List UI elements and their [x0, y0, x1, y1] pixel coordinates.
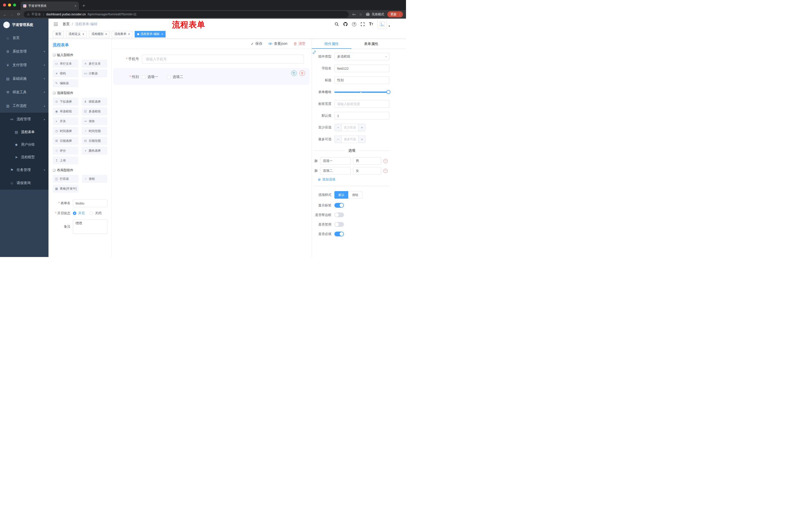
- delete-component-button[interactable]: [299, 71, 305, 76]
- canvas-body[interactable]: 手机号: [112, 49, 312, 257]
- chip-date-range[interactable]: ⊟日期范围: [82, 137, 107, 145]
- min-select-value[interactable]: 至少应选: [342, 124, 358, 131]
- forward-icon[interactable]: →: [10, 12, 14, 17]
- reload-icon[interactable]: ⟳: [17, 12, 20, 17]
- tag-close-icon[interactable]: ×: [105, 32, 107, 36]
- chip-checkbox-group[interactable]: ☑多选框组: [82, 107, 107, 115]
- chip-select[interactable]: ⊙下拉选择: [53, 98, 78, 106]
- border-toggle[interactable]: [335, 213, 344, 217]
- chip-row-container[interactable]: ◫行容器: [53, 175, 79, 183]
- sidebar-item-workflow[interactable]: ▥ 工作流程 ▴: [0, 99, 49, 113]
- status-on-radio[interactable]: 开启: [73, 211, 85, 216]
- drag-handle-icon[interactable]: [314, 169, 318, 172]
- required-toggle[interactable]: [335, 232, 344, 236]
- minus-button[interactable]: −: [335, 136, 342, 143]
- chip-time-picker[interactable]: ◷时间选择: [53, 127, 78, 135]
- option-1-name-input[interactable]: [320, 157, 351, 165]
- fullscreen-icon[interactable]: [360, 22, 365, 26]
- slider-track[interactable]: [335, 91, 389, 93]
- tag-close-icon[interactable]: ×: [161, 32, 163, 36]
- sidebar-item-process-model[interactable]: ➤ 流程模型: [0, 151, 49, 163]
- chip-editor[interactable]: ✎编辑器: [53, 79, 78, 87]
- title-input[interactable]: [335, 77, 389, 84]
- remove-option-icon[interactable]: −: [383, 159, 388, 163]
- gender-field-item[interactable]: 性别 选项一 选项二: [113, 68, 310, 85]
- tag-process-form[interactable]: 流程表单 ×: [112, 31, 133, 37]
- component-type-select[interactable]: 多选框组 ▾: [335, 53, 389, 60]
- tab-component-props[interactable]: 组件属性: [312, 39, 351, 49]
- github-icon[interactable]: [343, 22, 348, 26]
- chip-password[interactable]: ∗密码: [53, 70, 78, 77]
- chip-switch[interactable]: ◐开关: [53, 117, 78, 125]
- link-icon[interactable]: [312, 50, 316, 55]
- view-json-button[interactable]: 查看json: [268, 42, 287, 46]
- chip-rate[interactable]: ☆评分: [53, 146, 78, 155]
- tab-form-props[interactable]: 表单属性: [351, 39, 391, 49]
- window-zoom-button[interactable]: [13, 3, 16, 6]
- tag-process-definition[interactable]: 流程定义 ×: [66, 31, 87, 37]
- disabled-toggle[interactable]: [335, 222, 344, 227]
- form-name-input[interactable]: [73, 199, 107, 207]
- caret-down-icon[interactable]: ▾: [389, 25, 390, 27]
- sidebar-item-payment[interactable]: ¥ 支付管理 ▾: [0, 58, 49, 72]
- new-tab-button[interactable]: +: [82, 3, 85, 8]
- chip-table[interactable]: ▦表格[开发中]: [53, 185, 79, 193]
- url-bar[interactable]: ⚠ 不安全 | dashboard.yudao.iocoder.cn/bpm/m…: [24, 11, 349, 18]
- help-icon[interactable]: ?: [352, 22, 356, 26]
- remark-textarea[interactable]: 嘿嘿: [73, 219, 107, 234]
- sidebar-item-user-group[interactable]: ☻ 用户分组: [0, 138, 49, 151]
- breadcrumb-home[interactable]: 首页: [63, 22, 69, 26]
- copy-component-button[interactable]: [291, 71, 297, 76]
- chip-input-text[interactable]: ▭单行文本: [53, 60, 78, 67]
- grid-slider[interactable]: [335, 88, 389, 96]
- chip-color-picker[interactable]: ◑颜色选择: [82, 146, 107, 155]
- sidebar-item-process-management[interactable]: ≔ 流程管理 ▴: [0, 113, 49, 126]
- chip-time-range[interactable]: ◔时间范围: [82, 127, 107, 135]
- phone-input[interactable]: [142, 55, 304, 64]
- show-label-toggle[interactable]: [335, 203, 344, 208]
- plus-button[interactable]: +: [358, 124, 365, 131]
- chip-date-picker[interactable]: ⊞日期选择: [53, 137, 78, 145]
- remove-option-icon[interactable]: −: [383, 169, 388, 173]
- back-icon[interactable]: ←: [3, 12, 7, 17]
- sidebar-item-process-form[interactable]: ▤ 流程表单: [0, 126, 49, 138]
- browser-menu-icon[interactable]: ⋮: [398, 12, 402, 16]
- label-width-input[interactable]: [335, 100, 389, 108]
- gender-option-2-checkbox[interactable]: 选项二: [167, 75, 183, 79]
- chip-cascader[interactable]: ⋔级联选择: [82, 98, 107, 106]
- window-close-button[interactable]: [3, 3, 6, 6]
- tag-home[interactable]: 首页: [53, 31, 64, 37]
- phone-field-item[interactable]: 手机号: [115, 52, 308, 66]
- minus-button[interactable]: −: [335, 124, 342, 131]
- chip-counter[interactable]: 123计数器: [82, 70, 107, 77]
- style-button-button[interactable]: 按钮: [348, 191, 362, 199]
- save-button[interactable]: ✓ 保存: [251, 42, 263, 46]
- update-button[interactable]: 更新 ⋮: [387, 11, 403, 17]
- chip-radio-group[interactable]: ◉单选框组: [53, 107, 78, 115]
- font-size-icon[interactable]: TT: [369, 22, 373, 26]
- slider-handle[interactable]: [386, 90, 390, 94]
- default-value-input[interactable]: [335, 112, 389, 119]
- style-default-button[interactable]: 默认: [335, 191, 348, 199]
- chip-slider[interactable]: ⊸滑块: [82, 117, 107, 125]
- clear-button[interactable]: 清空: [293, 42, 306, 46]
- status-off-radio[interactable]: 关闭: [90, 211, 102, 216]
- add-option-button[interactable]: ⊕ 添加选项: [318, 177, 389, 182]
- hamburger-icon[interactable]: [54, 22, 58, 26]
- chip-textarea[interactable]: ≡多行文本: [82, 60, 107, 67]
- max-select-value[interactable]: 最多可选: [342, 136, 358, 143]
- plus-button[interactable]: +: [358, 136, 365, 143]
- browser-tab[interactable]: 芋道管理系统 ×: [21, 1, 79, 10]
- gender-option-1-checkbox[interactable]: 选项一: [142, 75, 158, 79]
- field-name-input[interactable]: [335, 64, 389, 72]
- tag-process-form-edit[interactable]: 流程表单-编辑 ×: [135, 31, 166, 37]
- sidebar-item-home[interactable]: ⌂ 首页: [0, 31, 49, 45]
- tag-close-icon[interactable]: ×: [128, 32, 130, 36]
- sidebar-item-task-management[interactable]: ⚑ 任务管理 ▾: [0, 163, 49, 177]
- sidebar-item-leave-query[interactable]: ☺ 请假查询: [0, 177, 49, 190]
- option-1-value-input[interactable]: [353, 157, 381, 165]
- sidebar-item-infrastructure[interactable]: ▤ 基础设施 ▾: [0, 72, 49, 85]
- search-icon[interactable]: [335, 22, 339, 26]
- option-2-name-input[interactable]: [320, 167, 351, 174]
- sidebar-item-devtools[interactable]: ⚒ 研发工具 ▾: [0, 85, 49, 99]
